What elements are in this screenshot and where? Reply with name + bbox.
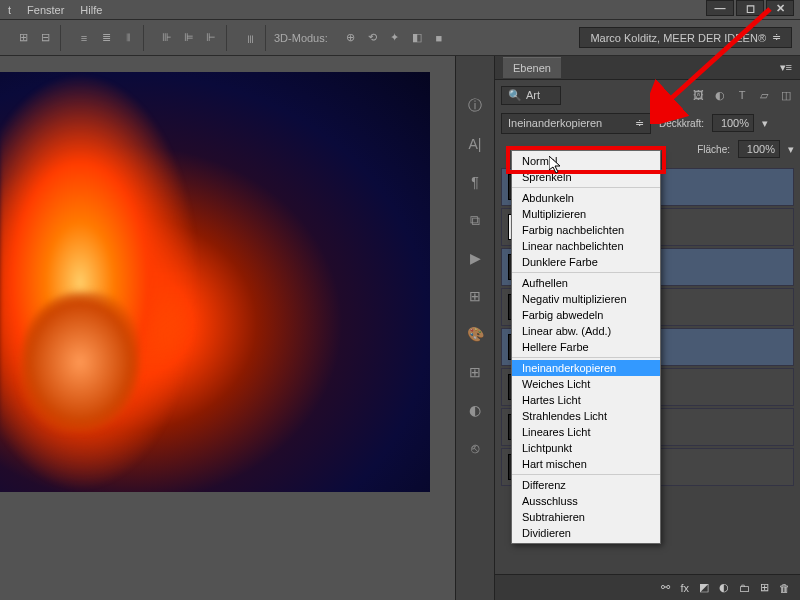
menu-hilfe[interactable]: Hilfe — [80, 4, 102, 16]
paragraph-icon[interactable]: ¶ — [465, 172, 485, 192]
dropdown-item[interactable]: Hartes Licht — [512, 392, 660, 408]
maximize-button[interactable]: ◻ — [736, 0, 764, 16]
fill-label: Fläche: — [697, 144, 730, 155]
align-icon[interactable]: ⊟ — [36, 29, 54, 47]
link-icon[interactable]: ⚯ — [661, 581, 670, 594]
grid-icon[interactable]: ⊞ — [465, 362, 485, 382]
opacity-input[interactable]: 100% — [712, 114, 754, 132]
filter-image-icon[interactable]: 🖼 — [690, 87, 706, 103]
distribute-icon[interactable]: ⊫ — [180, 29, 198, 47]
mask-icon[interactable]: ◩ — [699, 581, 709, 594]
align-icon[interactable]: ⫴ — [119, 29, 137, 47]
fill-input[interactable]: 100% — [738, 140, 780, 158]
panel-dock: ⓘ A| ¶ ⧉ ▶ ⊞ 🎨 ⊞ ◐ ⎋ — [455, 56, 495, 600]
dropdown-item[interactable]: Dunklere Farbe — [512, 254, 660, 270]
dropdown-item[interactable]: Strahlendes Licht — [512, 408, 660, 424]
dropdown-item[interactable]: Differenz — [512, 477, 660, 493]
blend-row: Ineinanderkopieren≑ Deckkraft: 100% ▾ — [495, 110, 800, 136]
dropdown-item[interactable]: Lineares Licht — [512, 424, 660, 440]
canvas-content — [20, 292, 140, 432]
workspace-selector[interactable]: Marco Kolditz, MEER DER IDEEN®≑ — [579, 27, 792, 48]
dropdown-item[interactable]: Subtrahieren — [512, 509, 660, 525]
3d-icon[interactable]: ✦ — [386, 29, 404, 47]
layer-filter-row: 🔍Art 🖼 ◐ T ▱ ◫ — [495, 80, 800, 110]
dropdown-item[interactable]: Weiches Licht — [512, 376, 660, 392]
link-icon[interactable]: ⎋ — [465, 438, 485, 458]
menu-fenster[interactable]: Fenster — [27, 4, 64, 16]
chevron-down-icon[interactable]: ▾ — [762, 117, 768, 130]
info-icon[interactable]: ⓘ — [465, 96, 485, 116]
align-icon[interactable]: ⊞ — [14, 29, 32, 47]
align-icon[interactable]: ≡ — [75, 29, 93, 47]
clone-icon[interactable]: ⧉ — [465, 210, 485, 230]
blend-mode-select[interactable]: Ineinanderkopieren≑ — [501, 113, 651, 134]
fx-icon[interactable]: fx — [680, 582, 689, 594]
window-controls: — ◻ ✕ — [706, 0, 794, 16]
chevron-down-icon[interactable]: ▾ — [788, 143, 794, 156]
dropdown-item[interactable]: Farbig nachbelichten — [512, 222, 660, 238]
distribute-icon[interactable]: ⊪ — [158, 29, 176, 47]
dropdown-item[interactable]: Ausschluss — [512, 493, 660, 509]
close-button[interactable]: ✕ — [766, 0, 794, 16]
3d-icon[interactable]: ■ — [430, 29, 448, 47]
trash-icon[interactable]: 🗑 — [779, 582, 790, 594]
dropdown-item[interactable]: Hart mischen — [512, 456, 660, 472]
mode-label: 3D-Modus: — [274, 32, 328, 44]
adjust-icon[interactable]: ◐ — [465, 400, 485, 420]
3d-icon[interactable]: ◧ — [408, 29, 426, 47]
3d-icon[interactable]: ⊕ — [342, 29, 360, 47]
minimize-button[interactable]: — — [706, 0, 734, 16]
filter-smart-icon[interactable]: ◫ — [778, 87, 794, 103]
chevron-icon: ≑ — [772, 31, 781, 44]
blend-mode-dropdown[interactable]: Normal Sprenkeln Abdunkeln Multipliziere… — [511, 150, 661, 544]
canvas-content — [0, 72, 200, 492]
dropdown-item[interactable]: Sprenkeln — [512, 169, 660, 185]
menu-bar: t Fenster Hilfe — ◻ ✕ — [0, 0, 800, 20]
filter-type-select[interactable]: 🔍Art — [501, 86, 561, 105]
play-icon[interactable]: ▶ — [465, 248, 485, 268]
distribute-icon[interactable]: ⫼ — [241, 29, 259, 47]
new-layer-icon[interactable]: ⊞ — [760, 581, 769, 594]
dropdown-item[interactable]: Hellere Farbe — [512, 339, 660, 355]
panel-tabs: Ebenen ▾≡ — [495, 56, 800, 80]
tab-ebenen[interactable]: Ebenen — [503, 57, 561, 78]
opacity-label: Deckkraft: — [659, 118, 704, 129]
folder-icon[interactable]: 🗀 — [739, 582, 750, 594]
palette-icon[interactable]: 🎨 — [465, 324, 485, 344]
filter-adjust-icon[interactable]: ◐ — [712, 87, 728, 103]
search-icon: 🔍 — [508, 89, 522, 102]
adjustment-icon[interactable]: ◐ — [719, 581, 729, 594]
swatches-icon[interactable]: ⊞ — [465, 286, 485, 306]
document-canvas[interactable] — [0, 72, 430, 492]
dropdown-item[interactable]: Aufhellen — [512, 275, 660, 291]
dropdown-item[interactable]: Negativ multiplizieren — [512, 291, 660, 307]
chevron-icon: ≑ — [635, 117, 644, 130]
dropdown-item[interactable]: Linear abw. (Add.) — [512, 323, 660, 339]
3d-icon[interactable]: ⟲ — [364, 29, 382, 47]
filter-type-icon[interactable]: T — [734, 87, 750, 103]
options-bar: ⊞⊟ ≡≣⫴ ⊪⊫⊩ ⫼ 3D-Modus: ⊕⟲✦◧■ Marco Koldi… — [0, 20, 800, 56]
dropdown-item[interactable]: Normal — [512, 153, 660, 169]
type-icon[interactable]: A| — [465, 134, 485, 154]
panel-menu-icon[interactable]: ▾≡ — [780, 61, 792, 74]
filter-shape-icon[interactable]: ▱ — [756, 87, 772, 103]
dropdown-item[interactable]: Linear nachbelichten — [512, 238, 660, 254]
dropdown-item[interactable]: Lichtpunkt — [512, 440, 660, 456]
dropdown-item[interactable]: Abdunkeln — [512, 190, 660, 206]
dropdown-item[interactable]: Dividieren — [512, 525, 660, 541]
dropdown-item[interactable]: Multiplizieren — [512, 206, 660, 222]
distribute-icon[interactable]: ⊩ — [202, 29, 220, 47]
dropdown-item-selected[interactable]: Ineinanderkopieren — [512, 360, 660, 376]
align-icon[interactable]: ≣ — [97, 29, 115, 47]
menu-item[interactable]: t — [8, 4, 11, 16]
layer-footer: ⚯ fx ◩ ◐ 🗀 ⊞ 🗑 — [495, 574, 800, 600]
dropdown-item[interactable]: Farbig abwedeln — [512, 307, 660, 323]
